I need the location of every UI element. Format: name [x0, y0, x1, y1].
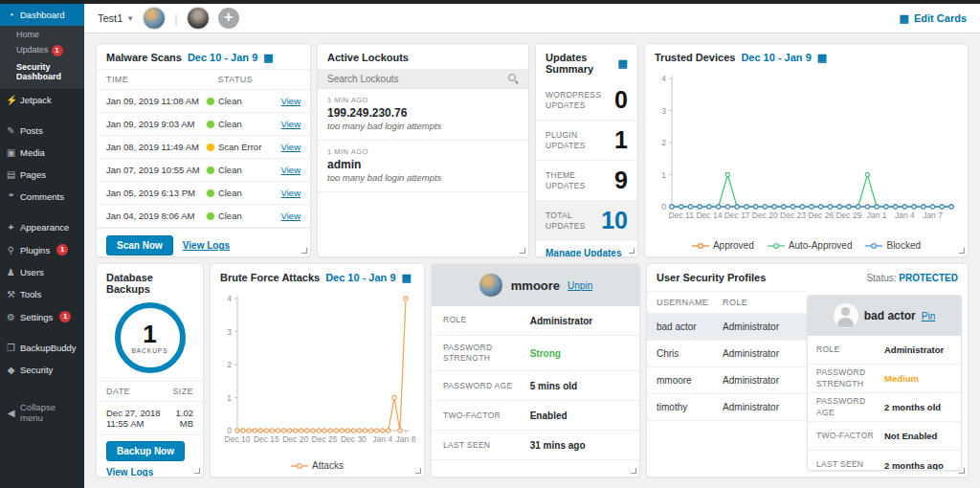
submenu-item-security-dashboard[interactable]: Security Dashboard — [0, 59, 84, 84]
sidebar-item-settings[interactable]: ⚙ Settings 1 — [0, 305, 84, 328]
view-scan-link[interactable]: View — [281, 119, 301, 129]
user-row-chris[interactable]: Chris Administrator — [647, 341, 807, 367]
card-title: Trusted Devices — [655, 52, 735, 63]
svg-text:3: 3 — [661, 106, 666, 116]
chart-legend: Attacks — [211, 457, 424, 477]
resize-handle[interactable] — [415, 468, 421, 474]
sidebar-item-posts[interactable]: ✎ Posts — [0, 120, 84, 142]
user-avatar-2[interactable] — [187, 7, 210, 30]
view-scan-link[interactable]: View — [281, 165, 301, 175]
pin-link[interactable]: Pin — [922, 311, 935, 322]
user-row-timothy[interactable]: timothy Administrator — [647, 394, 807, 421]
pin-icon: ✎ — [6, 125, 16, 136]
svg-text:1: 1 — [661, 170, 666, 180]
sidebar-item-dashboard[interactable]: ◔ Dashboard — [0, 4, 84, 26]
sidebar-item-security[interactable]: ◆ Security — [0, 359, 84, 381]
users-table: USERNAME ROLE bad actor Administrator Ch… — [647, 291, 807, 477]
scan-now-button[interactable]: Scan Now — [106, 235, 173, 255]
resize-handle[interactable] — [301, 248, 307, 254]
shield-icon: ◆ — [6, 365, 16, 375]
card-title: Brute Force Attacks — [220, 272, 320, 283]
user-avatar-1[interactable] — [143, 7, 166, 30]
search-lockouts-input[interactable] — [327, 74, 502, 84]
calendar-icon[interactable]: ▦ — [817, 53, 827, 63]
sidebar-item-collapse-menu[interactable]: ◀ Collapse menu — [0, 396, 84, 429]
date-range-link[interactable]: Dec 10 - Jan 9 — [741, 52, 811, 63]
lockout-reason: too many bad login attempts — [327, 121, 519, 131]
unpin-link[interactable]: Unpin — [568, 280, 592, 291]
calendar-icon[interactable]: ▦ — [402, 273, 412, 283]
status-dot — [207, 98, 214, 105]
resize-handle[interactable] — [629, 248, 635, 254]
updates-row: PLUGIN UPDATES 1 — [536, 121, 637, 161]
lockout-time: 1 MIN AGO — [327, 96, 519, 104]
calendar-icon[interactable]: ▦ — [618, 58, 628, 69]
updates-count-badge: 1 — [52, 45, 63, 56]
add-dashboard-button[interactable]: + — [218, 8, 239, 29]
svg-text:Dec 29: Dec 29 — [835, 211, 861, 220]
date-range-link[interactable]: Dec 10 - Jan 9 — [188, 52, 257, 63]
dashboard-switcher[interactable]: Test1 ▼ — [98, 12, 134, 24]
view-scan-link[interactable]: View — [281, 96, 301, 106]
toolbar-divider: | — [174, 11, 177, 26]
sidebar-item-appearance[interactable]: ✦ Appearance — [0, 216, 84, 238]
backup-now-button[interactable]: Backup Now — [106, 441, 185, 461]
svg-text:Jan 4: Jan 4 — [895, 211, 915, 220]
admin-sidebar: ◔ Dashboard Home Updates1 Security Dashb… — [0, 4, 84, 488]
lockout-item[interactable]: 1 MIN AGO admin too many bad login attem… — [318, 141, 528, 192]
sidebar-item-users[interactable]: ♟ Users — [0, 261, 84, 283]
sidebar-item-media[interactable]: ▣ Media — [0, 142, 84, 164]
updates-row: WORDPRESS UPDATES 0 — [536, 80, 637, 121]
view-scan-link[interactable]: View — [281, 188, 301, 198]
view-logs-link[interactable]: View Logs — [106, 467, 153, 477]
view-scan-link[interactable]: View — [281, 142, 301, 152]
sidebar-item-tools[interactable]: ⚒ Tools — [0, 283, 84, 305]
card-title: Active Lockouts — [327, 52, 409, 63]
date-range-link[interactable]: Dec 10 - Jan 9 — [325, 272, 395, 283]
resize-handle[interactable] — [520, 248, 525, 254]
profile-row: ROLE Administrator — [432, 306, 639, 336]
resize-handle[interactable] — [959, 468, 965, 474]
svg-text:Dec 30: Dec 30 — [341, 434, 367, 444]
resize-handle[interactable] — [959, 248, 965, 254]
sidebar-item-pages[interactable]: ▤ Pages — [0, 164, 84, 186]
edit-cards-icon: ▦ — [900, 13, 909, 24]
lockout-item[interactable]: 1 MIN AGO 199.249.230.76 too many bad lo… — [318, 89, 528, 141]
profile-row: PASSWORD STRENGTH Medium — [808, 365, 961, 393]
submenu-item-updates[interactable]: Updates1 — [0, 42, 84, 59]
calendar-icon[interactable]: ▦ — [263, 53, 273, 63]
comments-icon: ❝ — [6, 191, 16, 202]
malware-scan-row: Jan 09, 2019 9:03 AM Clean View — [97, 113, 310, 136]
sidebar-item-comments[interactable]: ❝ Comments — [0, 186, 84, 208]
profile-row: ROLE Administrator — [808, 336, 961, 365]
resize-handle[interactable] — [631, 468, 636, 474]
status-dot — [207, 212, 214, 220]
settings-count-badge: 1 — [59, 311, 71, 322]
svg-text:3: 3 — [227, 327, 232, 337]
lockout-name: admin — [327, 158, 519, 171]
status-dot — [207, 144, 214, 151]
collapse-arrow-icon: ◀ — [6, 408, 16, 418]
manage-updates-link[interactable]: Manage Updates — [546, 248, 621, 257]
sidebar-item-label: Dashboard — [20, 10, 64, 20]
resize-handle[interactable] — [194, 468, 200, 474]
sidebar-item-backupbuddy[interactable]: ❒ BackupBuddy — [0, 337, 84, 359]
legend-item-auto-approved: Auto-Approved — [768, 240, 853, 251]
view-logs-link[interactable]: View Logs — [183, 240, 230, 251]
svg-text:Dec 15: Dec 15 — [254, 434, 279, 444]
trusted-devices-chart: 01234Dec 11Dec 14Dec 17Dec 20Dec 23Dec 2… — [645, 69, 968, 226]
backups-count-ring: 1 BACKUPS — [115, 302, 186, 373]
legend-item-approved: Approved — [692, 240, 754, 251]
username: mmoore — [511, 278, 560, 293]
submenu-item-home[interactable]: Home — [0, 27, 84, 42]
backups-table-header: DATE SIZE — [97, 381, 203, 402]
svg-text:Jan 4: Jan 4 — [372, 434, 392, 444]
sidebar-item-plugins[interactable]: ⚲ Plugins 1 — [0, 238, 84, 261]
edit-cards-button[interactable]: ▦ Edit Cards — [900, 12, 967, 24]
sidebar-item-jetpack[interactable]: ⚡ Jetpack — [0, 89, 84, 111]
user-row-mmoore[interactable]: mmoore Administrator — [647, 367, 807, 394]
malware-scans-card: Malware Scans Dec 10 - Jan 9 ▦ TIME STAT… — [96, 43, 311, 257]
view-scan-link[interactable]: View — [281, 211, 301, 221]
malware-scan-row: Jan 04, 2019 8:06 AM Clean View — [97, 205, 310, 228]
user-row-bad-actor[interactable]: bad actor Administrator — [647, 314, 807, 341]
